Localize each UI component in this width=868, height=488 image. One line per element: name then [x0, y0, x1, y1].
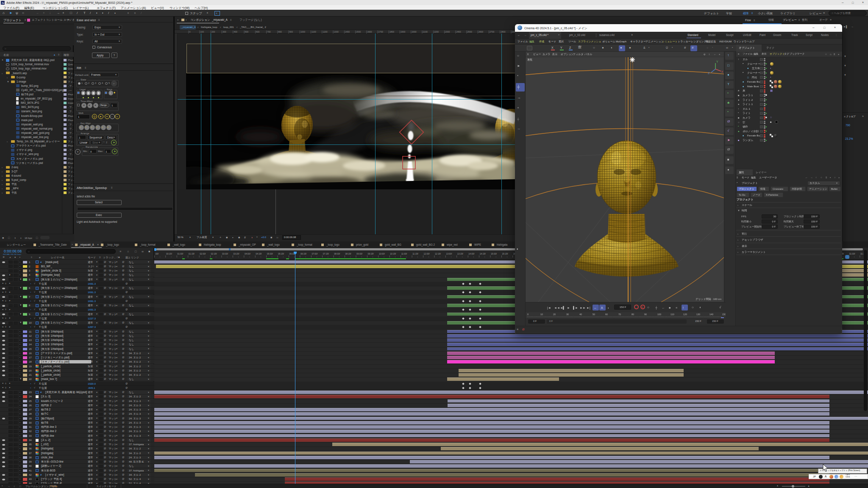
svg-text:90: 90 [644, 313, 647, 316]
svg-text::00f: :00f [155, 252, 159, 255]
svg-text:1600: 1600 [367, 30, 372, 33]
svg-text:03:00f: 03:00f [222, 252, 228, 255]
svg-text:2800: 2800 [501, 30, 505, 33]
svg-text:01:00f: 01:00f [177, 252, 184, 255]
svg-text:1200: 1200 [323, 30, 327, 33]
svg-text:12:15f: 12:15f [435, 252, 441, 255]
svg-text:15:00f: 15:00f [491, 252, 497, 255]
svg-text:03:15f: 03:15f [233, 252, 239, 255]
svg-text:700: 700 [267, 30, 271, 33]
svg-text:900: 900 [289, 30, 293, 33]
svg-text:0: 0 [527, 313, 529, 316]
svg-text:2000: 2000 [412, 30, 416, 33]
svg-text:Z: Z [708, 72, 710, 75]
svg-text:11:00f: 11:00f [401, 252, 407, 255]
svg-text:12:00f: 12:00f [424, 252, 430, 255]
svg-text:08:00f: 08:00f [334, 252, 340, 255]
svg-text:2900: 2900 [512, 30, 515, 33]
svg-text:X: X [721, 70, 723, 73]
svg-text:2100: 2100 [423, 30, 428, 33]
svg-text:120: 120 [683, 313, 687, 316]
svg-text:800: 800 [278, 30, 282, 33]
svg-text:2400: 2400 [456, 30, 461, 33]
svg-text:100: 100 [657, 313, 661, 316]
svg-text:110: 110 [670, 313, 674, 316]
svg-text:40: 40 [579, 313, 582, 316]
svg-text:50: 50 [593, 313, 595, 316]
svg-text:14:00f: 14:00f [468, 252, 475, 255]
svg-text:08:15f: 08:15f [345, 252, 352, 255]
svg-text:2600: 2600 [479, 30, 483, 33]
svg-text:100: 100 [200, 30, 204, 33]
svg-text:140: 140 [709, 313, 713, 316]
svg-text:13:00f: 13:00f [446, 252, 452, 255]
svg-text:31:00f: 31:00f [849, 252, 856, 255]
svg-text:60: 60 [605, 313, 608, 316]
svg-text:70: 70 [618, 313, 621, 316]
svg-text:20: 20 [553, 313, 556, 316]
svg-text:1800: 1800 [389, 30, 394, 33]
svg-text:11:15f: 11:15f [412, 252, 418, 255]
svg-text:1000: 1000 [300, 30, 305, 33]
svg-text:500: 500 [245, 30, 249, 33]
svg-text:0: 0 [189, 30, 190, 33]
svg-text:1100: 1100 [312, 30, 316, 33]
svg-text:09:00f: 09:00f [356, 252, 363, 255]
svg-text:Y: Y [716, 60, 718, 63]
svg-text:30: 30 [566, 313, 569, 316]
svg-text:06:15f: 06:15f [300, 252, 307, 255]
svg-text:200: 200 [211, 30, 215, 33]
svg-text:13:15f: 13:15f [457, 252, 464, 255]
svg-text:300: 300 [223, 30, 226, 33]
svg-text:2500: 2500 [467, 30, 472, 33]
svg-text:80: 80 [632, 313, 634, 316]
svg-text:00:15f: 00:15f [166, 252, 172, 255]
svg-text:07:15f: 07:15f [323, 252, 329, 255]
svg-text:150: 150 [722, 313, 726, 316]
svg-text:130: 130 [696, 313, 700, 316]
svg-text:2200: 2200 [434, 30, 439, 33]
svg-text:1300: 1300 [334, 30, 339, 33]
svg-text:05:00f: 05:00f [267, 252, 273, 255]
svg-text:1500: 1500 [356, 30, 361, 33]
svg-text:04:15f: 04:15f [256, 252, 262, 255]
svg-text:02:15f: 02:15f [211, 252, 217, 255]
svg-text:15:15f: 15:15f [502, 252, 509, 255]
svg-text:10: 10 [540, 313, 543, 316]
svg-text:10:00f: 10:00f [379, 252, 385, 255]
svg-text:1700: 1700 [378, 30, 383, 33]
svg-text:1900: 1900 [401, 30, 405, 33]
svg-text:14:15f: 14:15f [480, 252, 486, 255]
svg-text:05:15f: 05:15f [278, 252, 284, 255]
svg-text:04:00f: 04:00f [245, 252, 251, 255]
svg-text:1400: 1400 [345, 30, 350, 33]
svg-text:01:15f: 01:15f [189, 252, 195, 255]
svg-text:07:00f: 07:00f [312, 252, 318, 255]
svg-text:400: 400 [234, 30, 237, 33]
svg-text:600: 600 [256, 30, 260, 33]
svg-text:09:15f: 09:15f [368, 252, 374, 255]
svg-text:02:00f: 02:00f [200, 252, 206, 255]
svg-text:10:15f: 10:15f [390, 252, 396, 255]
svg-text:2300: 2300 [445, 30, 450, 33]
svg-text:2700: 2700 [490, 30, 494, 33]
